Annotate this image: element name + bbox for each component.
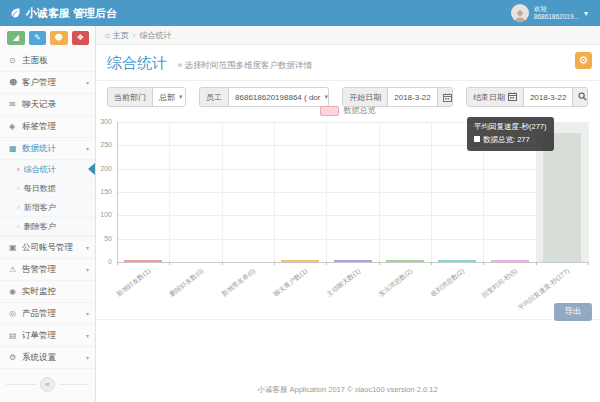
chevron-down-icon: ▾ xyxy=(86,354,89,361)
caret-down-icon: ▾ xyxy=(324,93,328,101)
department-value: 总部 xyxy=(159,92,175,103)
sidebar-item-label: 实时监控 xyxy=(22,286,89,298)
legend-label: 数据总览 xyxy=(344,105,376,116)
start-date-picker[interactable]: 开始日期 2018-3-22 xyxy=(342,87,453,107)
caret-down-icon: ▾ xyxy=(584,9,588,18)
sidebar-item-label: 标签管理 xyxy=(22,121,89,133)
submenu-item-label: 综合统计 xyxy=(24,164,56,175)
footer-text: 小诚客服 Application 2017 © xiaoc100 vsersio… xyxy=(95,385,600,395)
tooltip-series: 数据总览: 277 xyxy=(474,134,547,147)
angle-right-icon: › xyxy=(17,165,20,174)
sidebar-item-0[interactable]: ⊙主面板 xyxy=(0,50,95,72)
calendar-icon xyxy=(508,92,517,103)
brand-title: 小诚客服 管理后台 xyxy=(26,6,117,21)
submenu-item-label: 新增客户 xyxy=(24,202,56,213)
submenu-item-2[interactable]: ›新增客户 xyxy=(0,198,95,217)
calendar-icon[interactable] xyxy=(437,88,453,106)
settings-gear-button[interactable]: ⚙ xyxy=(575,52,592,69)
quick-users-icon[interactable]: ☻ xyxy=(50,31,68,45)
sidebar-item-label: 订单管理 xyxy=(22,330,86,342)
app-brand[interactable]: 小诚客服 管理后台 xyxy=(0,6,117,21)
sidebar-item-1[interactable]: ☻客户管理▾ xyxy=(0,72,95,94)
page-subtitle: » 选择时间范围多维度客户数据详情 xyxy=(177,60,312,70)
chart-tooltip: 平均回复速度-秒(277)数据总览: 277 xyxy=(467,117,554,151)
caret-down-icon: ▾ xyxy=(179,93,183,101)
sidebar-item-label: 客户管理 xyxy=(22,77,86,89)
sidebar-item-8[interactable]: ◎产品管理▾ xyxy=(0,303,95,325)
chevron-down-icon: ▾ xyxy=(86,332,89,339)
breadcrumb: ⌂ 主页 › 综合统计 xyxy=(95,26,600,45)
sidebar-item-7[interactable]: ◉实时监控 xyxy=(0,281,95,303)
sidebar-item-3[interactable]: ◈标签管理 xyxy=(0,116,95,138)
angle-right-icon: › xyxy=(17,222,20,231)
welcome-text: 欢迎 xyxy=(534,5,579,13)
chevron-down-icon: ▾ xyxy=(86,266,89,273)
y-axis-label: 100 xyxy=(95,211,112,218)
monitor-icon: ◉ xyxy=(9,287,22,296)
submenu-item-3[interactable]: ›删除客户 xyxy=(0,217,95,236)
breadcrumb-home[interactable]: ⌂ 主页 xyxy=(105,30,129,41)
submenu-item-label: 删除客户 xyxy=(24,221,56,232)
bar[interactable] xyxy=(281,260,319,262)
sidebar-item-label: 系统设置 xyxy=(22,352,86,364)
bar[interactable] xyxy=(438,260,476,262)
sidebar-item-4[interactable]: ▦数据统计▾ xyxy=(0,138,95,160)
sidebar-item-9[interactable]: ▤订单管理▾ xyxy=(0,325,95,347)
bar[interactable] xyxy=(491,260,529,262)
staff-label: 员工 xyxy=(200,88,229,106)
staff-select[interactable]: 员工 868618620198864 ( dor ▾ xyxy=(199,87,329,107)
end-date-value: 2018-3-22 xyxy=(524,88,572,106)
avatar xyxy=(511,4,529,22)
chevron-down-icon: ▾ xyxy=(86,79,89,86)
bar[interactable] xyxy=(543,133,581,262)
breadcrumb-current: 综合统计 xyxy=(140,30,172,41)
gear-icon: ⚙ xyxy=(579,54,589,67)
submenu-item-1[interactable]: ›每日数据 xyxy=(0,179,95,198)
page-title: 综合统计 xyxy=(107,54,167,71)
chevron-down-icon: ▾ xyxy=(86,244,89,251)
quick-actions: ◢✎☻❖ xyxy=(0,26,95,50)
sidebar-collapse-row: « xyxy=(0,369,95,400)
sidebar-item-2[interactable]: ✉聊天记录 xyxy=(0,94,95,116)
product-icon: ◎ xyxy=(9,309,22,318)
y-axis-label: 200 xyxy=(95,165,112,172)
department-label: 当前部门 xyxy=(108,88,153,106)
chevron-down-icon: ▾ xyxy=(86,310,89,317)
order-icon: ▤ xyxy=(9,331,22,340)
sidebar-item-5[interactable]: ▣公司账号管理▾ xyxy=(0,237,95,259)
chat-icon: ✉ xyxy=(9,100,22,109)
divider xyxy=(95,319,600,320)
department-select[interactable]: 当前部门 总部 ▾ xyxy=(107,87,186,107)
y-axis-label: 300 xyxy=(95,118,112,125)
submenu-item-0[interactable]: ›综合统计 xyxy=(0,160,95,179)
quick-share-icon[interactable]: ❖ xyxy=(72,31,90,45)
user-menu[interactable]: 欢迎 86861862019... ▾ xyxy=(511,4,600,22)
export-button[interactable]: 导出 xyxy=(554,303,592,321)
bar[interactable] xyxy=(386,260,424,262)
search-button[interactable] xyxy=(572,88,588,106)
series-marker-icon xyxy=(474,136,480,142)
top-navbar: 小诚客服 管理后台 欢迎 86861862019... ▾ xyxy=(0,0,600,26)
quick-pencil-icon[interactable]: ✎ xyxy=(29,31,47,45)
quick-chart-icon[interactable]: ◢ xyxy=(7,31,25,45)
bar[interactable] xyxy=(124,260,162,262)
start-date-label: 开始日期 xyxy=(343,88,388,106)
sidebar-item-6[interactable]: ⚠告警管理▾ xyxy=(0,259,95,281)
sidebar: ◢✎☻❖ ⊙主面板☻客户管理▾✉聊天记录◈标签管理▦数据统计▾›综合统计›每日数… xyxy=(0,26,96,402)
divider xyxy=(59,384,89,385)
bar-chart: 数据总览050100150200250300新增好友数(1)删除好友数(0)新增… xyxy=(95,105,600,317)
sidebar-item-10[interactable]: ⚙系统设置▾ xyxy=(0,347,95,369)
chart-legend[interactable]: 数据总览 xyxy=(95,105,600,116)
y-axis-line xyxy=(117,122,118,262)
end-date-picker[interactable]: 结束日期 2018-3-22 xyxy=(466,87,588,107)
start-date-value: 2018-3-22 xyxy=(388,88,436,106)
bar[interactable] xyxy=(334,260,372,262)
sidebar-menu: ⊙主面板☻客户管理▾✉聊天记录◈标签管理▦数据统计▾›综合统计›每日数据›新增客… xyxy=(0,50,95,369)
sidebar-item-label: 公司账号管理 xyxy=(22,242,86,254)
angle-right-icon: › xyxy=(17,203,20,212)
page-header: 综合统计 » 选择时间范围多维度客户数据详情 ⚙ xyxy=(95,45,600,81)
customers-icon: ☻ xyxy=(9,78,22,87)
sidebar-item-label: 产品管理 xyxy=(22,308,86,320)
collapse-sidebar-button[interactable]: « xyxy=(40,377,55,392)
sidebar-submenu: ›综合统计›每日数据›新增客户›删除客户 xyxy=(0,160,95,237)
